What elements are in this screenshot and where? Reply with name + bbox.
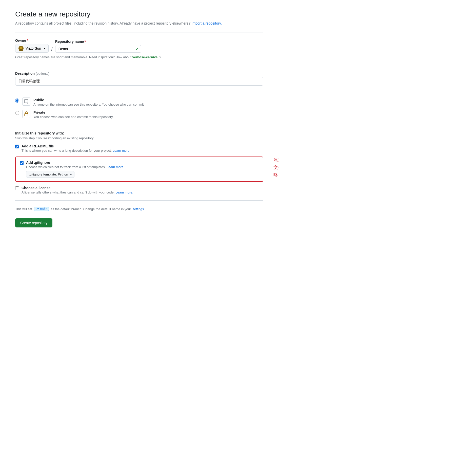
owner-dropdown[interactable]: ViatorSun ▾ [15, 44, 49, 53]
public-option[interactable]: Public Anyone on the internet can see th… [15, 98, 263, 106]
branch-name: main [40, 207, 47, 211]
readme-label: Add a README file [22, 144, 130, 148]
optional-text: (optional) [36, 72, 49, 75]
divider-3 [15, 92, 263, 92]
name-suggestion: Great repository names are short and mem… [15, 55, 263, 59]
visibility-section: Public Anyone on the internet can see th… [15, 98, 263, 119]
repo-name-label: Repository name* [55, 40, 141, 44]
readme-option: Add a README file This is where you can … [15, 144, 263, 152]
branch-badge: ⎇ main [34, 207, 49, 211]
repo-name-field-group: Repository name* ✓ [55, 40, 141, 53]
readme-learn-more[interactable]: Learn more. [113, 149, 130, 152]
repo-name-input[interactable] [55, 45, 141, 53]
valid-checkmark-icon: ✓ [135, 47, 139, 51]
page-title: Create a new repository [15, 10, 263, 18]
divider-2 [15, 65, 263, 65]
gitignore-inner: Add .gitignore Choose which files not to… [20, 161, 259, 178]
private-icon [22, 110, 30, 118]
git-branch-icon: ⎇ [35, 207, 39, 211]
page-subtitle: A repository contains all project files,… [15, 21, 263, 26]
license-option: Choose a license A license tells others … [15, 186, 263, 194]
import-link[interactable]: Import a repository. [191, 21, 222, 25]
svg-point-1 [20, 47, 22, 49]
description-input[interactable] [15, 77, 263, 86]
owner-avatar [18, 46, 24, 51]
gitignore-annotation: 添加 .gitignore 信息，设置提交代码时忽略那些文件，按编程语言选择，如… [273, 157, 279, 178]
public-content: Public Anyone on the internet can see th… [33, 98, 145, 106]
owner-repo-section: Owner* ViatorSun ▾ / [15, 38, 263, 59]
public-icon [22, 98, 30, 106]
readme-checkbox[interactable] [15, 145, 19, 148]
description-label: Description (optional) [15, 71, 263, 75]
owner-repo-row: Owner* ViatorSun ▾ / [15, 38, 263, 53]
private-option[interactable]: Private You choose who can see and commi… [15, 110, 263, 119]
dropdown-caret-icon: ▾ [44, 47, 45, 50]
gitignore-label: Add .gitignore [26, 161, 124, 165]
gitignore-learn-more[interactable]: Learn more. [107, 165, 124, 169]
gitignore-header: Add .gitignore Choose which files not to… [20, 161, 259, 169]
owner-field-group: Owner* ViatorSun ▾ [15, 38, 49, 53]
gitignore-section-wrapper: Add .gitignore Choose which files not to… [15, 157, 263, 182]
private-content: Private You choose who can see and commi… [33, 110, 114, 119]
branch-notice: This will set ⎇ main as the default bran… [15, 207, 263, 211]
init-subtitle: Skip this step if you're importing an ex… [15, 136, 263, 140]
section-divider [15, 32, 263, 32]
public-radio[interactable] [15, 99, 19, 103]
owner-name: ViatorSun [26, 46, 41, 50]
gitignore-content: Add .gitignore Choose which files not to… [26, 161, 124, 169]
gitignore-template-row: .gitignore template: Python .gitignore t… [26, 171, 259, 178]
description-section: Description (optional) [15, 71, 263, 86]
license-learn-more[interactable]: Learn more. [115, 190, 133, 194]
license-desc: A license tells others what they can and… [22, 190, 133, 194]
public-label: Public [33, 98, 145, 102]
private-radio[interactable] [15, 111, 19, 115]
license-label: Choose a license [22, 186, 133, 190]
license-content: Choose a license A license tells others … [22, 186, 133, 194]
gitignore-desc: Choose which files not to track from a l… [26, 165, 124, 169]
private-desc: You choose who can see and commit to thi… [33, 115, 114, 119]
private-label: Private [33, 110, 114, 114]
repo-name-wrapper: ✓ [55, 45, 141, 53]
suggestion-link[interactable]: verbose-carnival [132, 55, 158, 59]
owner-label: Owner* [15, 38, 49, 43]
license-checkbox[interactable] [15, 186, 19, 190]
create-repository-button[interactable]: Create repository [15, 218, 52, 227]
init-section: Initialize this repository with: Skip th… [15, 131, 263, 194]
divider-5 [15, 200, 263, 201]
divider-4 [15, 125, 263, 125]
gitignore-box: Add .gitignore Choose which files not to… [15, 157, 263, 182]
public-desc: Anyone on the internet can see this repo… [33, 103, 145, 106]
gitignore-template-select[interactable]: .gitignore template: Python .gitignore t… [26, 171, 74, 178]
slash-separator: / [51, 46, 53, 53]
settings-link[interactable]: settings. [132, 207, 145, 211]
readme-desc: This is where you can write a long descr… [22, 149, 130, 152]
gitignore-checkbox[interactable] [20, 161, 24, 165]
readme-content: Add a README file This is where you can … [22, 144, 130, 152]
init-title: Initialize this repository with: [15, 131, 263, 135]
